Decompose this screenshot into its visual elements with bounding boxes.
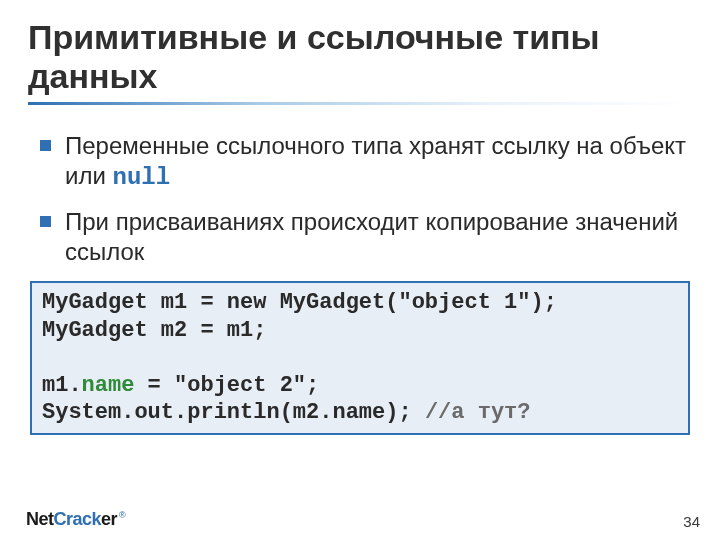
logo-part-er: er	[101, 509, 117, 529]
code-comment: //а тут?	[425, 400, 531, 425]
list-item: Переменные ссылочного типа хранят ссылку…	[40, 131, 692, 193]
bullet-list: Переменные ссылочного типа хранят ссылку…	[28, 123, 692, 267]
bullet-icon	[40, 216, 51, 227]
title-block: Примитивные и ссылочные типы данных	[28, 18, 692, 105]
code-line: MyGadget m2 = m1;	[42, 318, 266, 343]
logo: NetCracker®	[26, 509, 125, 530]
code-line: MyGadget m1 = new MyGadget("object 1");	[42, 290, 557, 315]
slide: Примитивные и ссылочные типы данных Пере…	[0, 0, 720, 540]
code-frag: System.out.println(m2.name);	[42, 400, 425, 425]
code-frag: m1.	[42, 373, 82, 398]
bullet-text: Переменные ссылочного типа хранят ссылку…	[65, 131, 692, 193]
slide-title: Примитивные и ссылочные типы данных	[28, 18, 692, 96]
code-frag: = "object 2";	[134, 373, 319, 398]
inline-code: null	[112, 164, 170, 191]
logo-part-net: Net	[26, 509, 54, 529]
logo-registered: ®	[119, 510, 125, 520]
page-number: 34	[683, 513, 700, 530]
list-item: При присваиваниях происходит копирование…	[40, 207, 692, 267]
code-block: MyGadget m1 = new MyGadget("object 1"); …	[30, 281, 690, 435]
title-underline	[28, 102, 692, 105]
bullet-icon	[40, 140, 51, 151]
bullet-text: При присваиваниях происходит копирование…	[65, 207, 692, 267]
code-field: name	[82, 373, 135, 398]
footer: NetCracker® 34	[0, 509, 720, 530]
logo-part-crack: Crack	[54, 509, 102, 529]
